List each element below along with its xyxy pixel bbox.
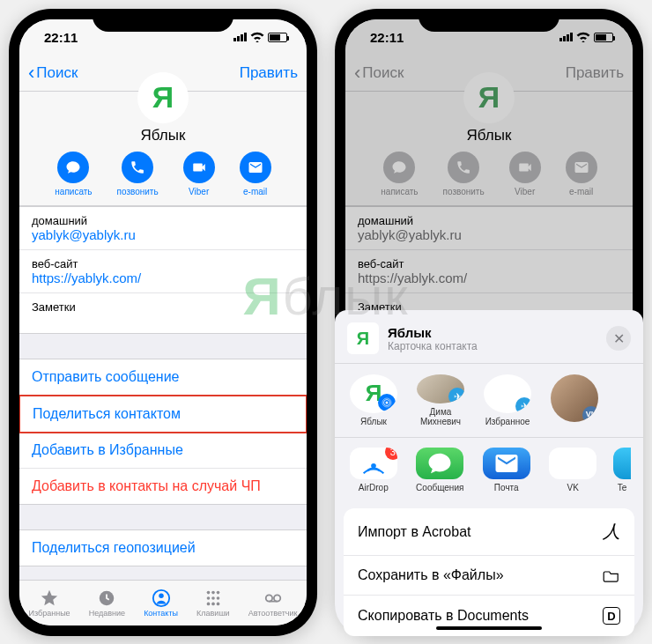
field-label: домашний: [32, 214, 294, 227]
chevron-left-icon: ‹: [28, 63, 34, 83]
svg-point-12: [265, 595, 271, 601]
target-dima[interactable]: ✈ Дима Михневич: [414, 374, 467, 426]
tab-label: Автоответчик: [248, 609, 298, 618]
edit-button[interactable]: Править: [566, 64, 624, 82]
signal-icon: [233, 33, 247, 41]
voicemail-icon: [263, 588, 284, 608]
share-sheet: Я Яблык Карточка контакта ✕ Я Яблык ✈ Ди…: [335, 310, 643, 636]
keypad-icon: [203, 588, 224, 608]
tab-recents[interactable]: Недавние: [89, 588, 125, 618]
field-label: Заметки: [32, 300, 294, 314]
app-label: Te: [618, 483, 627, 492]
action-send-message[interactable]: Отправить сообщение: [19, 359, 307, 396]
svg-point-2: [159, 594, 164, 599]
action-share-location[interactable]: Поделиться геопозицией: [19, 530, 307, 566]
action-email: e-mail: [566, 152, 597, 196]
home-indicator[interactable]: [436, 626, 542, 630]
app-more[interactable]: Te: [613, 448, 631, 492]
contact-avatar: Я: [463, 72, 515, 123]
target-favorites[interactable]: ✈ Избранное: [481, 374, 534, 426]
option-label: Импорт в Acrobat: [358, 524, 470, 540]
field-email[interactable]: домашний yablyk@yablyk.ru: [19, 207, 307, 250]
message-icon: [65, 159, 81, 175]
sheet-subtitle: Карточка контакта: [388, 340, 478, 352]
action-emergency[interactable]: Добавить в контакты на случай ЧП: [19, 469, 307, 504]
geo-list: Поделиться геопозицией: [19, 529, 307, 566]
target-label: Яблык: [360, 417, 387, 426]
tab-label: Контакты: [144, 609, 178, 618]
action-email[interactable]: e-mail: [240, 152, 271, 196]
field-email: домашний yablyk@yablyk.ru: [345, 207, 633, 250]
action-add-favorite[interactable]: Добавить в Избранные: [19, 433, 307, 469]
sheet-avatar: Я: [347, 322, 379, 354]
action-call[interactable]: позвонить: [117, 152, 159, 196]
chevron-left-icon: ‹: [354, 63, 360, 83]
target-vk[interactable]: VK: [548, 374, 601, 426]
field-notes[interactable]: Заметки: [19, 293, 307, 333]
star-icon: [39, 588, 60, 608]
app-airdrop[interactable]: 3 AirDrop: [347, 448, 400, 492]
app-vk[interactable]: VK VK: [547, 448, 600, 492]
action-label: e-mail: [243, 187, 267, 196]
share-apps-row[interactable]: 3 AirDrop Сообщения Почта VK VK Te: [335, 437, 643, 503]
option-files[interactable]: Сохранить в «Файлы»: [344, 556, 634, 596]
tab-contacts[interactable]: Контакты: [144, 588, 178, 618]
share-targets-row[interactable]: Я Яблык ✈ Дима Михневич ✈ Избранное VK: [335, 364, 643, 437]
svg-point-9: [207, 603, 211, 606]
contact-header: Я Яблык написать позвонить Viber e-mail: [19, 92, 307, 206]
tab-favorites[interactable]: Избранные: [29, 588, 70, 618]
documents-icon: D: [603, 607, 620, 625]
app-label: VK: [567, 483, 579, 492]
mail-icon: [248, 159, 263, 175]
app-mail[interactable]: Почта: [480, 448, 533, 492]
tab-label: Недавние: [89, 609, 125, 618]
action-viber[interactable]: Viber: [183, 152, 215, 196]
svg-point-3: [207, 591, 211, 595]
back-button[interactable]: ‹Поиск: [28, 63, 78, 83]
option-acrobat[interactable]: Импорт в Acrobat人: [344, 508, 634, 556]
edit-button[interactable]: Править: [240, 64, 298, 82]
actions-list: Отправить сообщение Поделиться контактом…: [19, 359, 307, 505]
tab-voicemail[interactable]: Автоответчик: [248, 588, 298, 618]
notch: [419, 9, 559, 32]
contact-avatar[interactable]: Я: [137, 72, 189, 123]
action-share-contact[interactable]: Поделиться контактом: [19, 395, 307, 433]
contact-name: Яблык: [345, 127, 633, 144]
target-yablyk[interactable]: Я Яблык: [347, 374, 400, 426]
field-value: https://yablyk.com/: [32, 270, 294, 285]
home-indicator[interactable]: [110, 626, 216, 630]
contact-header: Я Яблык написать позвонить Viber e-mail: [345, 92, 633, 206]
sheet-options: Импорт в Acrobat人 Сохранить в «Файлы» Ск…: [344, 508, 634, 636]
sheet-title: Яблык: [388, 325, 478, 340]
field-website[interactable]: веб-сайт https://yablyk.com/: [19, 250, 307, 293]
action-call: позвонить: [443, 152, 485, 196]
phone-icon: [130, 159, 145, 175]
action-label: позвонить: [117, 187, 159, 196]
app-label: Почта: [494, 483, 519, 492]
option-label: Скопировать в Documents: [358, 608, 529, 624]
status-time: 22:11: [44, 30, 78, 45]
battery-icon: [268, 33, 287, 42]
phone-left: 22:11 ‹Поиск Править Я Яблык написать по…: [9, 9, 317, 636]
back-label: Поиск: [36, 64, 78, 82]
back-button[interactable]: ‹Поиск: [354, 63, 404, 83]
svg-point-10: [211, 603, 215, 606]
svg-point-11: [217, 603, 220, 606]
video-icon: [191, 159, 207, 175]
back-label: Поиск: [362, 64, 404, 82]
action-message: написать: [381, 152, 418, 196]
phone-right: 22:11 ‹Поиск Править Я Яблык написать по…: [335, 9, 643, 636]
quick-actions: написать позвонить Viber e-mail: [345, 152, 633, 196]
battery-icon: [594, 33, 613, 42]
action-label: написать: [55, 187, 92, 196]
option-label: Сохранить в «Файлы»: [358, 567, 504, 583]
tab-label: Избранные: [29, 609, 70, 618]
tab-label: Клавиши: [196, 609, 230, 618]
option-documents[interactable]: Скопировать в DocumentsD: [344, 596, 634, 636]
action-message[interactable]: написать: [55, 152, 92, 196]
quick-actions: написать позвонить Viber e-mail: [19, 152, 307, 196]
signal-icon: [559, 33, 573, 41]
app-messages[interactable]: Сообщения: [414, 448, 467, 492]
tab-keypad[interactable]: Клавиши: [196, 588, 230, 618]
close-button[interactable]: ✕: [606, 326, 631, 351]
